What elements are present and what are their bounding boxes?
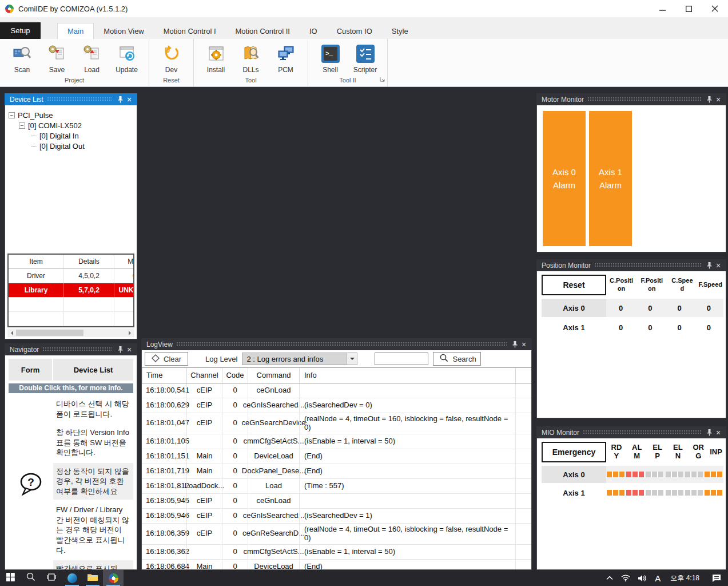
- tab-motion-view[interactable]: Motion View: [94, 23, 154, 39]
- tab-motion-control-1[interactable]: Motion Control I: [154, 23, 226, 39]
- save-button[interactable]: Save: [39, 42, 74, 74]
- logview-header[interactable]: LogView ×: [141, 338, 532, 350]
- close-icon[interactable]: ×: [714, 429, 723, 437]
- tree-item-pci-pulse[interactable]: − PCI_Pulse: [9, 110, 134, 120]
- navigator-header[interactable]: Navigator ×: [5, 343, 137, 355]
- install-button[interactable]: Install: [198, 42, 233, 74]
- col-org: ORG: [688, 442, 709, 462]
- tab-main[interactable]: Main: [57, 23, 94, 39]
- taskbar-search-button[interactable]: [21, 570, 41, 586]
- axis-label[interactable]: Axis 0: [542, 466, 606, 483]
- pin-icon[interactable]: [705, 262, 714, 269]
- taskbar-explorer-button[interactable]: [82, 570, 103, 586]
- action-center-icon[interactable]: [705, 570, 728, 586]
- scroll-right-icon[interactable]: [126, 328, 134, 337]
- log-row[interactable]: 16:18:01,719Main0DockPanel_Dese...(End): [142, 464, 531, 479]
- window-title: ComiIDE by COMIZOA (v1.5.1.2): [18, 5, 128, 13]
- group-dialog-launcher-icon[interactable]: [380, 74, 385, 85]
- axis1-alarm-indicator[interactable]: Axis 1 Alarm: [589, 111, 632, 246]
- log-row[interactable]: 16:18:05,945cEIP0ceGnLoad: [142, 494, 531, 509]
- scripter-button[interactable]: Scripter: [348, 42, 383, 74]
- log-row[interactable]: 16:18:01,812LoadDock...0Load(Time : 557): [142, 479, 531, 494]
- taskbar-comiide-button[interactable]: [103, 570, 124, 586]
- col-rdy: RDY: [606, 442, 627, 462]
- wifi-icon[interactable]: [617, 570, 634, 586]
- scroll-left-icon[interactable]: [7, 328, 16, 337]
- version-row-library[interactable]: Library 5,7,0,2 UNKNOWN: [9, 283, 134, 298]
- dev-reset-button[interactable]: D Dev: [154, 42, 189, 74]
- logview-panel: LogView × Clear Log Level 2 : Log errors…: [141, 338, 532, 570]
- maximize-button[interactable]: [675, 0, 702, 17]
- tree-item-comi-lx502[interactable]: − [0] COMI-LX502: [9, 120, 134, 130]
- mio-monitor-header[interactable]: MIO Monitor ×: [536, 426, 726, 438]
- reset-button[interactable]: Reset: [542, 275, 606, 295]
- tray-chevron-up-icon[interactable]: [602, 570, 617, 586]
- clear-button[interactable]: Clear: [145, 352, 188, 366]
- close-icon[interactable]: ×: [714, 262, 723, 270]
- tab-io[interactable]: IO: [300, 23, 327, 39]
- log-row[interactable]: 16:18:01,151Main0DeviceLoad(End): [142, 449, 531, 464]
- navigator-hint-bar[interactable]: Double Click this, for more info.: [9, 383, 133, 393]
- pin-icon[interactable]: [705, 96, 714, 103]
- log-row[interactable]: 16:18:06,359cEIP0ceGnReSearchD...(realNo…: [142, 524, 531, 545]
- scrollbar-thumb[interactable]: [16, 330, 83, 336]
- taskbar-edge-button[interactable]: [62, 570, 82, 586]
- pin-icon[interactable]: [510, 341, 519, 348]
- log-row[interactable]: 16:18:01,1050cmmCfgSetActS...(isEnable =…: [142, 434, 531, 449]
- task-view-button[interactable]: [41, 570, 62, 586]
- shell-button[interactable]: >_ Shell: [313, 42, 348, 74]
- axis-label[interactable]: Axis 1: [542, 484, 606, 501]
- col-alm: ALM: [627, 442, 647, 462]
- log-row[interactable]: 16:18:05,946cEIP0ceGnIsSearched...(isSea…: [142, 509, 531, 524]
- log-row[interactable]: 16:18:06,3620cmmCfgSetActS...(isEnable =…: [142, 545, 531, 560]
- axis-label[interactable]: Axis 1: [542, 318, 606, 336]
- tree-item-digital-out[interactable]: [0] Digital Out: [9, 141, 134, 151]
- navigator-tab-device-list[interactable]: Device List: [53, 359, 133, 381]
- pin-icon[interactable]: [116, 96, 125, 103]
- collapse-icon[interactable]: −: [19, 122, 25, 129]
- pcm-button[interactable]: PCM: [268, 42, 303, 74]
- axis-label[interactable]: Axis 0: [542, 299, 606, 317]
- volume-icon[interactable]: [634, 570, 651, 586]
- log-row[interactable]: 16:18:00,629cEIP0ceGnIsSearched...(isSea…: [142, 398, 531, 413]
- scan-button[interactable]: Scan: [5, 42, 39, 74]
- minimize-button[interactable]: [649, 0, 675, 17]
- motor-monitor-header[interactable]: Motor Monitor ×: [536, 93, 726, 105]
- update-icon: [117, 43, 137, 64]
- dlls-button[interactable]: DLLs: [233, 42, 268, 74]
- start-button[interactable]: [0, 570, 21, 586]
- emergency-button[interactable]: Emergency: [542, 442, 606, 462]
- tab-custom-io[interactable]: Custom IO: [327, 23, 382, 39]
- axis0-alarm-indicator[interactable]: Axis 0 Alarm: [543, 111, 586, 246]
- dlls-icon: [241, 43, 261, 64]
- shell-icon: >_: [320, 43, 341, 64]
- device-list-header[interactable]: Device List ×: [5, 93, 137, 105]
- version-row-driver[interactable]: Driver 4,5,0,2 Ok: [9, 269, 134, 283]
- pin-icon[interactable]: [705, 429, 714, 436]
- navigator-tab-form[interactable]: Form: [9, 359, 52, 381]
- horizontal-scrollbar[interactable]: [7, 328, 134, 337]
- close-button[interactable]: [702, 0, 728, 17]
- tab-motion-control-2[interactable]: Motion Control II: [226, 23, 300, 39]
- log-row[interactable]: 16:18:00,541cEIP0ceGnLoad: [142, 383, 531, 398]
- tree-item-digital-in[interactable]: [0] Digital In: [9, 130, 134, 141]
- search-button[interactable]: Search: [433, 352, 481, 366]
- log-level-dropdown[interactable]: 2 : Log errors and infos: [242, 353, 357, 365]
- close-icon[interactable]: ×: [125, 346, 134, 354]
- ime-indicator[interactable]: A: [651, 570, 665, 586]
- ribbon-tab-bar: Setup Main Motion View Motion Control I …: [0, 17, 728, 39]
- close-icon[interactable]: ×: [125, 96, 134, 104]
- collapse-icon[interactable]: −: [9, 112, 15, 118]
- update-button[interactable]: Update: [109, 42, 144, 74]
- close-icon[interactable]: ×: [519, 340, 528, 349]
- pin-icon[interactable]: [116, 346, 125, 353]
- tab-setup[interactable]: Setup: [0, 22, 41, 39]
- search-input[interactable]: [375, 353, 428, 365]
- tab-style[interactable]: Style: [382, 23, 418, 39]
- close-icon[interactable]: ×: [714, 96, 723, 104]
- position-monitor-header[interactable]: Position Monitor ×: [536, 259, 726, 271]
- clock[interactable]: 오후 4:18: [665, 570, 705, 586]
- log-row[interactable]: 16:18:01,047cEIP0ceGnSearchDevice(realNo…: [142, 413, 531, 434]
- log-row[interactable]: 16:18:06,684Main0DeviceLoad(End): [142, 560, 531, 569]
- load-button[interactable]: Load: [74, 42, 109, 74]
